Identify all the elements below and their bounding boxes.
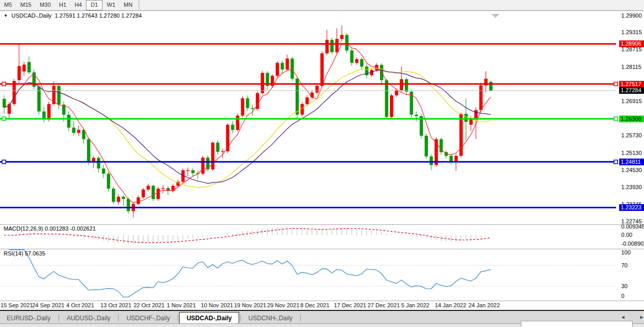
candle-body	[305, 97, 309, 104]
line-handle	[2, 82, 6, 86]
candle-body	[430, 157, 433, 165]
candle-body	[251, 108, 254, 109]
candle-body	[201, 158, 204, 174]
price-badge-1.28906: 1.28906	[619, 40, 644, 47]
candle-body	[286, 59, 289, 69]
candle-body	[415, 115, 418, 116]
chart-shift-icon	[491, 14, 500, 18]
candle-body	[112, 189, 115, 202]
candle-body	[3, 99, 6, 108]
date-axis-label: 19 Nov 2021	[234, 302, 266, 308]
price-close: 1.27284	[121, 12, 142, 19]
candle-body	[360, 59, 363, 66]
line-handle	[614, 82, 618, 86]
date-axis-label: 22 Oct 2021	[134, 302, 165, 308]
symbol-title[interactable]: ▼ USDCAD-,Daily 1.27591 1.27643 1.27280 …	[4, 12, 142, 19]
date-axis-label: 24 Sep 2021	[32, 302, 64, 308]
candle-body	[97, 158, 100, 169]
tab-separator	[58, 315, 59, 321]
tooltip-box	[521, 321, 633, 327]
price-axis-label: 1.29900	[621, 12, 642, 19]
candle-body	[340, 35, 343, 39]
candle-body	[395, 90, 398, 95]
candle-body	[221, 151, 224, 152]
candle-body	[67, 115, 70, 127]
candle-body	[320, 53, 324, 86]
tab-audusddaily[interactable]: AUDUSD-,Daily	[60, 312, 118, 323]
candle-body	[470, 120, 473, 125]
rsi-axis-label: 100	[621, 249, 631, 255]
tab-scroll-left-icon[interactable]: ◄	[621, 315, 625, 320]
tab-separator	[118, 315, 119, 321]
candle-body	[440, 139, 443, 152]
candle-body	[147, 186, 150, 190]
candle-body	[72, 127, 75, 133]
price-high: 1.27643	[77, 12, 98, 19]
date-axis-label: 10 Nov 2021	[201, 302, 233, 308]
tab-eurusddaily[interactable]: EURUSD-,Daily	[0, 312, 57, 323]
candle-body	[186, 170, 189, 171]
tab-usdcnhdaily[interactable]: USDCNH-,Daily	[242, 312, 299, 323]
candle-body	[156, 189, 159, 199]
date-axis-label: 1 Nov 2021	[167, 302, 196, 308]
candle-body	[57, 86, 61, 105]
candle-body	[231, 125, 234, 130]
date-axis-label: 29 Nov 2021	[267, 302, 299, 308]
candle-body	[281, 63, 284, 69]
symbol-dropdown-icon[interactable]: ▼	[4, 13, 8, 18]
macd-indicator-label: MACD(12,26,9) 0.001283 -0.002621	[4, 225, 96, 232]
candle-body	[390, 95, 393, 117]
price-axis-label: 1.25730	[621, 132, 642, 138]
candle-body	[22, 65, 25, 72]
rsi-axis-label: 70	[621, 262, 627, 268]
candle-body	[18, 66, 21, 80]
chart-canvas[interactable]	[0, 0, 644, 327]
price-axis-label: 1.29315	[621, 29, 642, 35]
candle-body	[311, 93, 314, 97]
rsi-axis-label: 0	[621, 293, 624, 299]
price-badge-1.27284: 1.27284	[619, 87, 644, 94]
candle-body	[122, 197, 125, 199]
candle-body	[261, 73, 264, 93]
tab-separator	[300, 315, 301, 321]
tab-usdchfdaily[interactable]: USDCHF-,Daily	[120, 312, 177, 323]
macd-axis-label: 0.009345	[621, 223, 644, 230]
price-axis-label: 1.28115	[621, 64, 641, 70]
candle-body	[102, 168, 105, 174]
tab-scroll-right-icon[interactable]: ►	[639, 315, 644, 320]
date-axis-label: 13 Oct 2021	[100, 302, 131, 308]
candle-body	[27, 62, 31, 73]
candle-body	[380, 65, 383, 80]
date-axis-label: 17 Dec 2021	[334, 302, 366, 308]
candle-body	[330, 40, 333, 52]
candle-body	[355, 59, 358, 63]
price-axis-label: 1.26915	[621, 98, 642, 104]
date-axis-label: 27 Dec 2021	[368, 302, 400, 308]
date-axis-label: 5 Jan 2022	[401, 302, 429, 308]
candle-body	[191, 170, 194, 174]
candle-body	[152, 186, 155, 200]
candle-body	[464, 114, 467, 122]
tab-usdcaddaily[interactable]: USDCAD-,Daily	[179, 312, 239, 323]
date-axis-label: 4 Oct 2021	[66, 302, 94, 308]
line-handle	[2, 117, 6, 121]
candle-body	[385, 80, 388, 117]
candle-body	[211, 143, 214, 169]
line-handle	[2, 160, 6, 164]
tab-separator	[240, 315, 241, 321]
rsi-indicator-label: RSI(14) 57.0635	[4, 250, 46, 257]
date-axis-label: 14 Jan 2022	[435, 302, 466, 308]
rsi-line	[9, 250, 491, 297]
candle-body	[142, 190, 145, 197]
candle-body	[107, 174, 110, 189]
candle-body	[350, 50, 353, 63]
candle-body	[459, 114, 462, 156]
line-handle	[614, 160, 618, 164]
candle-body	[345, 35, 348, 50]
candle-body	[276, 63, 279, 76]
candle-body	[162, 188, 165, 189]
date-axis-label: 24 Jan 2022	[469, 302, 500, 308]
price-badge-1.23223: 1.23223	[619, 204, 644, 211]
price-axis-label: 1.24530	[621, 167, 642, 173]
candle-body	[127, 199, 130, 211]
